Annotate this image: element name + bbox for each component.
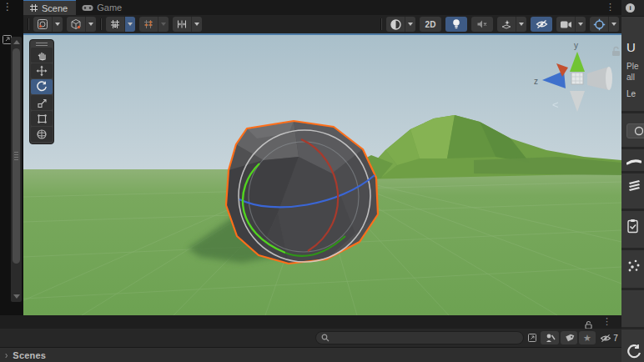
unity-editor-window: ⋮ Scene Game ⋮ [0, 0, 644, 362]
gizmos-button[interactable] [590, 17, 619, 32]
camera-settings-button[interactable] [556, 17, 586, 32]
lighting-toggle-button[interactable] [445, 17, 467, 32]
axis-y-label: y [574, 41, 578, 50]
effects-dropdown[interactable] [516, 17, 526, 32]
grid-visibility-dropdown[interactable] [124, 17, 135, 32]
right-panel-text-fragment: Ple [626, 62, 638, 71]
move-icon [36, 65, 48, 77]
hierarchy-toolbar: ★ 7 [0, 329, 621, 347]
pivot-center-icon [33, 17, 52, 32]
scrollbar-grip-icon [14, 152, 18, 160]
left-scrollbar[interactable] [11, 37, 22, 302]
tag-icon [564, 333, 575, 344]
snap-increment-button[interactable] [173, 17, 202, 32]
expander-chevron-icon[interactable]: › [5, 349, 8, 360]
tool-scale[interactable] [31, 95, 53, 110]
pivot-mode-button[interactable] [33, 17, 63, 32]
2d-toggle-button[interactable]: 2D [420, 17, 441, 32]
grid-snap-icon [139, 17, 158, 32]
toolbar-separator [380, 18, 382, 30]
tab-scene-label: Scene [42, 3, 68, 13]
search-pop-out-icon[interactable] [526, 331, 539, 344]
filter-by-type-icon [545, 333, 556, 344]
left-rail: ⋮ [0, 0, 23, 315]
axis-gray-cap [606, 67, 612, 90]
focus-highlight-line [23, 33, 621, 35]
handle-orientation-button[interactable] [67, 17, 96, 32]
tab-scene[interactable]: Scene [23, 0, 76, 15]
right-panel-text-fragment: all [626, 73, 635, 82]
hierarchy-header: ⋮ [0, 315, 621, 329]
rotate-icon [36, 81, 48, 93]
tool-view-hand[interactable] [31, 48, 53, 63]
favorites-button[interactable]: ★ [579, 331, 596, 344]
gamepad-icon [82, 3, 93, 12]
overlay-drag-handle[interactable] [31, 41, 53, 48]
gizmos-dropdown[interactable] [608, 17, 619, 32]
tools-overlay [29, 39, 54, 144]
left-pane-menu-icon[interactable]: ⋮ [3, 1, 13, 13]
effects-button[interactable] [497, 17, 526, 32]
hierarchy-menu-icon[interactable]: ⋮ [602, 316, 611, 327]
hierarchy-panel: ⋮ ★ 7 › Scen [0, 315, 621, 362]
grid-snap-button[interactable] [139, 17, 169, 32]
draw-mode-button[interactable] [386, 17, 415, 32]
filter-by-label-button[interactable] [561, 331, 577, 344]
pivot-mode-dropdown[interactable] [52, 17, 63, 32]
gizmo-center-cube[interactable] [571, 73, 583, 84]
hierarchy-search[interactable] [315, 331, 524, 344]
search-icon [321, 334, 330, 342]
right-panel-clipped: i U Ple all Le [621, 0, 644, 362]
axis-z-label: z [534, 77, 538, 86]
right-panel-header: i [621, 0, 644, 17]
gizmos-crosshair-icon [590, 17, 608, 32]
scenes-row-label: Scenes [13, 350, 46, 360]
scene-viewport[interactable]: y z < [23, 33, 621, 315]
hidden-objects-count: 7 [613, 334, 618, 343]
handle-orientation-dropdown[interactable] [85, 17, 96, 32]
hierarchy-row-scenes[interactable]: › Scenes [0, 347, 621, 362]
filter-by-type-button[interactable] [541, 331, 559, 344]
toolbar-separator [100, 18, 102, 30]
transform-icon [36, 128, 48, 140]
tool-rotate[interactable] [31, 79, 53, 94]
hierarchy-search-input[interactable] [333, 334, 518, 343]
scene-toolbar: 2D [23, 15, 621, 33]
scroll-up-arrow[interactable] [13, 40, 20, 44]
scene-grid-icon [29, 3, 38, 13]
layers-icon[interactable] [626, 178, 641, 195]
tab-bar: Scene Game ⋮ [23, 0, 621, 15]
draw-mode-dropdown[interactable] [405, 17, 415, 32]
scale-icon [37, 98, 48, 108]
hidden-objects-toggle[interactable]: 7 [597, 331, 621, 344]
right-panel-title-fragment: U [626, 40, 636, 54]
toolbar-separator [28, 18, 29, 30]
scatter-dots-icon[interactable] [626, 259, 641, 276]
hand-icon [37, 50, 48, 61]
camera-icon [556, 17, 575, 32]
tool-rect[interactable] [31, 111, 53, 126]
eye-slash-icon [536, 19, 548, 29]
right-panel-button-fragment[interactable] [626, 123, 644, 138]
tool-transform[interactable] [31, 127, 53, 142]
scene-visibility-toggle-button[interactable] [531, 17, 552, 32]
grid-snap-dropdown[interactable] [158, 17, 169, 32]
scene-view-menu-icon[interactable]: ⋮ [606, 2, 615, 13]
camera-settings-dropdown[interactable] [575, 17, 586, 32]
tool-move[interactable] [31, 63, 53, 78]
tab-game[interactable]: Game [76, 0, 130, 15]
grid-axis-icon [106, 17, 124, 32]
scroll-down-arrow[interactable] [13, 294, 20, 299]
swirl-icon-fragment[interactable] [626, 344, 641, 362]
right-panel-link-fragment[interactable]: Le [626, 89, 636, 98]
snap-increment-icon [173, 17, 191, 32]
persp-arrow[interactable]: < [552, 98, 559, 111]
clipboard-check-icon[interactable] [626, 219, 639, 237]
audio-toggle-button[interactable] [471, 17, 493, 32]
scene-view-panel: Scene Game ⋮ [23, 0, 621, 315]
lightbulb-icon [451, 18, 461, 30]
brush-stroke-icon[interactable] [626, 154, 641, 169]
snap-increment-dropdown[interactable] [191, 17, 202, 32]
grid-visibility-button[interactable] [106, 17, 135, 32]
effects-star-icon [497, 17, 516, 32]
